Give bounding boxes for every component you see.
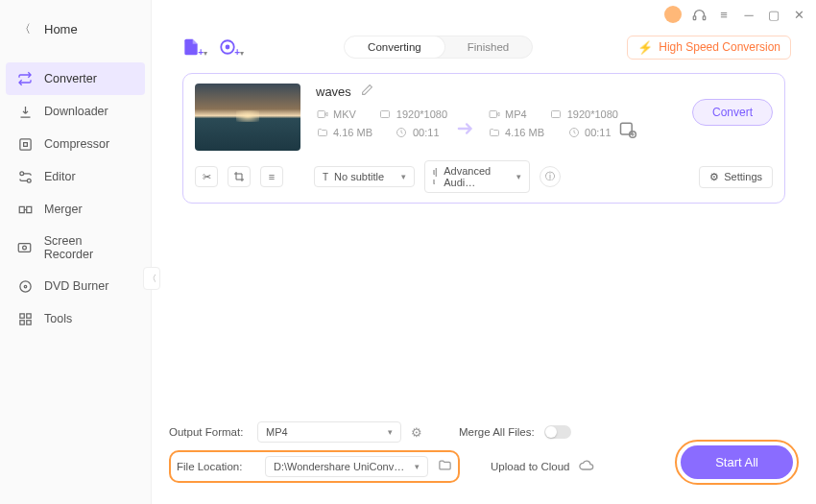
chevron-left-icon: 〈 bbox=[19, 21, 31, 37]
start-all-button[interactable]: Start All bbox=[681, 445, 793, 479]
home-button[interactable]: 〈 Home bbox=[0, 12, 151, 47]
upload-cloud-label: Upload to Cloud bbox=[491, 461, 569, 472]
clock-icon bbox=[567, 126, 580, 138]
converter-icon bbox=[17, 71, 33, 86]
cloud-icon[interactable] bbox=[579, 458, 594, 476]
subtitle-icon: T bbox=[323, 172, 328, 182]
svg-rect-13 bbox=[693, 15, 696, 19]
nav-label: Converter bbox=[44, 72, 97, 85]
minimize-icon[interactable]: ─ bbox=[741, 7, 756, 22]
sidebar-item-compressor[interactable]: Compressor bbox=[0, 128, 151, 160]
gear-icon: ⚙ bbox=[709, 171, 719, 183]
edit-name-icon[interactable] bbox=[361, 84, 373, 99]
merge-toggle[interactable] bbox=[544, 425, 571, 439]
editor-icon bbox=[17, 169, 33, 184]
chevron-down-icon: ▾ bbox=[204, 49, 207, 58]
svg-point-8 bbox=[24, 285, 27, 288]
output-format-dropdown[interactable]: MP4 ▾ bbox=[257, 421, 401, 443]
crop-button[interactable] bbox=[228, 166, 251, 187]
compressor-icon bbox=[17, 136, 33, 152]
file-card: waves MKV 1920*1080 4.16 MB 00:11 bbox=[182, 73, 785, 204]
clock-icon bbox=[396, 126, 408, 138]
download-icon bbox=[17, 104, 33, 119]
arrow-icon bbox=[447, 109, 488, 136]
menu-icon[interactable]: ≡ bbox=[716, 7, 732, 22]
nav-label: Editor bbox=[44, 170, 76, 183]
sidebar-item-dvd-burner[interactable]: DVD Burner bbox=[0, 270, 151, 302]
video-thumbnail[interactable] bbox=[195, 84, 300, 151]
output-settings-icon[interactable]: ⚙ bbox=[411, 425, 422, 440]
svg-rect-3 bbox=[19, 206, 24, 212]
nav-label: Downloader bbox=[44, 105, 108, 118]
output-format-value: MP4 bbox=[266, 426, 288, 438]
nav-label: Screen Recorder bbox=[44, 234, 133, 261]
trim-button[interactable]: ✂ bbox=[195, 166, 218, 187]
dst-dur: 00:11 bbox=[585, 127, 612, 138]
file-location-value: D:\Wondershare UniConverter 1 bbox=[274, 461, 409, 472]
sidebar-item-editor[interactable]: Editor bbox=[0, 160, 151, 193]
svg-rect-21 bbox=[552, 110, 561, 117]
nav-label: Merger bbox=[44, 203, 83, 216]
tab-converting[interactable]: Converting bbox=[345, 36, 444, 58]
sidebar-item-merger[interactable]: Merger bbox=[0, 193, 151, 226]
dest-meta: MP4 1920*1080 4.16 MB 00:11 bbox=[488, 108, 618, 138]
settings-button[interactable]: ⚙ Settings bbox=[699, 166, 773, 188]
file-name: waves bbox=[316, 84, 351, 99]
svg-rect-20 bbox=[490, 110, 497, 117]
resolution-icon bbox=[379, 108, 392, 120]
sidebar-item-converter[interactable]: Converter bbox=[6, 62, 145, 95]
svg-rect-17 bbox=[318, 110, 325, 117]
audio-dropdown[interactable]: ι|ι Advanced Audi… ▾ bbox=[424, 160, 530, 193]
top-row: + ▾ + ▾ Converting Finished ⚡ High Speed… bbox=[165, 29, 803, 65]
dst-res: 1920*1080 bbox=[567, 108, 618, 120]
video-icon bbox=[488, 108, 500, 120]
svg-rect-5 bbox=[19, 243, 32, 252]
maximize-icon[interactable]: ▢ bbox=[766, 7, 781, 22]
tab-finished[interactable]: Finished bbox=[444, 36, 532, 58]
convert-button[interactable]: Convert bbox=[692, 99, 773, 126]
hsc-label: High Speed Conversion bbox=[659, 40, 780, 54]
avatar[interactable] bbox=[664, 6, 682, 23]
more-button[interactable]: ≡ bbox=[260, 166, 283, 187]
open-folder-icon[interactable] bbox=[438, 458, 452, 475]
sidebar-item-tools[interactable]: Tools bbox=[0, 302, 151, 335]
chevron-down-icon: ▾ bbox=[240, 49, 244, 58]
audio-icon: ι|ι bbox=[433, 167, 438, 186]
close-icon[interactable]: ✕ bbox=[791, 7, 806, 22]
dst-format: MP4 bbox=[505, 108, 527, 120]
merger-icon bbox=[17, 202, 33, 217]
src-res: 1920*1080 bbox=[396, 108, 447, 120]
info-button[interactable]: ⓘ bbox=[540, 166, 561, 187]
footer: Output Format: MP4 ▾ ⚙ Merge All Files: … bbox=[152, 414, 816, 504]
svg-point-2 bbox=[27, 179, 31, 182]
high-speed-conversion-button[interactable]: ⚡ High Speed Conversion bbox=[627, 36, 791, 60]
add-file-button[interactable]: + ▾ bbox=[177, 35, 205, 60]
subtitle-dropdown[interactable]: T No subtitle ▾ bbox=[314, 166, 415, 187]
nav-label: Compressor bbox=[44, 137, 109, 151]
svg-rect-14 bbox=[703, 15, 706, 19]
resolution-icon bbox=[550, 108, 563, 120]
svg-point-6 bbox=[23, 246, 27, 250]
audio-value: Advanced Audi… bbox=[444, 165, 511, 188]
bolt-icon: ⚡ bbox=[637, 40, 653, 55]
source-meta: MKV 1920*1080 4.16 MB 00:11 bbox=[316, 108, 447, 138]
sidebar-collapse-handle[interactable]: 〈 bbox=[143, 267, 160, 290]
svg-rect-9 bbox=[19, 313, 23, 317]
merge-label: Merge All Files: bbox=[459, 426, 535, 438]
svg-rect-0 bbox=[19, 138, 30, 149]
sidebar: 〈 Home Converter Downloader Compressor E… bbox=[0, 0, 152, 504]
add-dvd-button[interactable]: + ▾ bbox=[213, 35, 242, 60]
sidebar-item-screen-recorder[interactable]: Screen Recorder bbox=[0, 226, 151, 270]
chevron-down-icon: ▾ bbox=[516, 172, 521, 181]
file-location-dropdown[interactable]: D:\Wondershare UniConverter 1 ▾ bbox=[265, 456, 428, 477]
chevron-down-icon: ▾ bbox=[415, 462, 420, 471]
dvd-icon bbox=[17, 278, 33, 294]
svg-rect-18 bbox=[381, 110, 390, 117]
output-settings-icon[interactable] bbox=[618, 120, 639, 141]
sidebar-item-downloader[interactable]: Downloader bbox=[0, 95, 151, 128]
screen-recorder-icon bbox=[17, 240, 33, 255]
nav-label: DVD Burner bbox=[44, 279, 108, 293]
file-location-label: File Location: bbox=[177, 461, 255, 472]
toolbar-panel: + ▾ + ▾ Converting Finished ⚡ High Speed… bbox=[165, 29, 803, 204]
headset-icon[interactable] bbox=[691, 7, 707, 22]
